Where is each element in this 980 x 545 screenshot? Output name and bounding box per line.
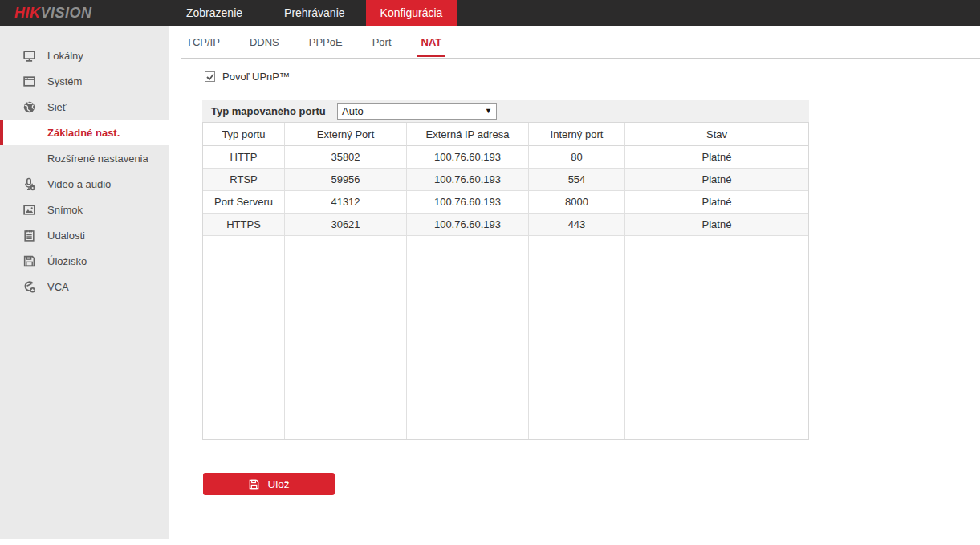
globe-icon (22, 100, 36, 114)
table-empty-cell (285, 236, 407, 439)
top-bar: HIKVISION ZobrazeniePrehrávanieKonfigurá… (0, 0, 980, 26)
image-icon (22, 203, 36, 217)
sidebar-item-roz-ren-nastavenia[interactable]: Rozšírené nastavenia (0, 145, 169, 171)
tab-nat[interactable]: NAT (417, 36, 446, 57)
sidebar-item-label: Sieť (47, 101, 67, 113)
table-cell: 100.76.60.193 (407, 191, 529, 214)
sidebar-item-label: Lokálny (47, 50, 83, 62)
sidebar-item-label: VCA (47, 281, 69, 293)
tab-port[interactable]: Port (368, 36, 396, 57)
table-header-cell-intern-port: Interný port (529, 123, 625, 146)
table-row-rtsp[interactable]: RTSP59956100.76.60.193554Platné (203, 169, 808, 191)
table-cell: 100.76.60.193 (407, 146, 529, 169)
table-cell: 80 (529, 146, 625, 169)
table-cell: 8000 (529, 191, 625, 214)
sidebar-item-syst-m[interactable]: Systém (0, 68, 169, 94)
table-row-port-serveru[interactable]: Port Serveru41312100.76.60.1938000Platné (203, 191, 808, 214)
table-cell: Platné (625, 214, 808, 236)
sidebar-item-label: Základné nast. (47, 127, 120, 139)
table-header-cell-extern-port: Externý Port (285, 123, 407, 146)
app-window: HIKVISION ZobrazeniePrehrávanieKonfigurá… (0, 0, 980, 545)
sidebar-item-label: Snímok (47, 204, 83, 216)
port-mapping-select[interactable]: Auto ▼ (337, 103, 497, 120)
sidebar-item-label: Udalosti (47, 230, 85, 242)
table-body: HTTP35802100.76.60.19380PlatnéRTSP599561… (203, 146, 808, 236)
table-row-https[interactable]: HTTPS30621100.76.60.193443Platné (203, 214, 808, 236)
table-empty-cell (529, 236, 625, 439)
nat-port-table: Typ portuExterný PortExterná IP adresaIn… (202, 122, 809, 440)
table-cell: 35802 (285, 146, 407, 169)
settings-tabs: TCP/IPDDNSPPPoEPortNAT (182, 36, 467, 57)
port-mapping-selected-value: Auto (342, 105, 364, 117)
checkmark-icon (205, 72, 215, 82)
table-header-cell-typ-portu: Typ portu (203, 123, 285, 146)
hikvision-logo: HIKVISION (14, 0, 92, 26)
sidebar-item-label: Video a audio (47, 178, 111, 190)
content-panel: TCP/IPDDNSPPPoEPortNAT Povoľ UPnP™ Typ m… (169, 26, 980, 545)
table-cell: HTTP (203, 146, 285, 169)
top-nav: ZobrazeniePrehrávanieKonfigurácia (165, 0, 457, 26)
tab-ddns[interactable]: DDNS (246, 36, 283, 57)
sidebar: LokálnySystémSieťZákladné nast.Rozšírené… (0, 26, 169, 539)
sidebar-item-udalosti[interactable]: Udalosti (0, 222, 169, 248)
table-empty-cell (203, 236, 285, 439)
sidebar-item-z-kladn-nast[interactable]: Základné nast. (0, 120, 169, 145)
table-cell: 100.76.60.193 (407, 169, 529, 191)
table-cell: Platné (625, 146, 808, 169)
table-cell: Platné (625, 169, 808, 191)
save-floppy-icon (248, 478, 260, 490)
table-cell: RTSP (203, 169, 285, 191)
table-cell: Platné (625, 191, 808, 214)
upnp-row: Povoľ UPnP™ (205, 71, 290, 83)
sidebar-item-label: Úložisko (47, 255, 87, 267)
tab-pppoe[interactable]: PPPoE (305, 36, 347, 57)
sidebar-item-label: Rozšírené nastavenia (47, 153, 148, 165)
save-button-label: Ulož (267, 478, 289, 490)
tab-tcp-ip[interactable]: TCP/IP (182, 36, 224, 57)
sidebar-item-vca[interactable]: VCA (0, 274, 169, 299)
sidebar-item-lo-isko[interactable]: Úložisko (0, 248, 169, 274)
top-nav-prehr-vanie[interactable]: Prehrávanie (263, 0, 366, 26)
table-row-http[interactable]: HTTP35802100.76.60.19380Platné (203, 146, 808, 169)
table-cell: 30621 (285, 214, 407, 236)
table-cell: 443 (529, 214, 625, 236)
table-header-cell-stav: Stav (625, 123, 808, 146)
logo-hik: HIK (14, 5, 41, 21)
window-icon (22, 75, 36, 88)
storage-icon (22, 254, 36, 268)
select-dropdown-arrow-icon: ▼ (485, 104, 492, 119)
table-empty-cell (625, 236, 808, 439)
logo-vision: VISION (41, 5, 92, 21)
upnp-checkbox[interactable] (205, 71, 215, 82)
sidebar-list: LokálnySystémSieťZákladné nast.Rozšírené… (0, 26, 169, 299)
table-empty-cell (407, 236, 529, 439)
sidebar-item-sn-mok[interactable]: Snímok (0, 197, 169, 222)
sidebar-item-sie[interactable]: Sieť (0, 94, 169, 120)
tabs-divider (181, 58, 980, 59)
top-nav-konfigur-cia[interactable]: Konfigurácia (366, 0, 457, 26)
table-header-cell-extern-ip-adresa: Externá IP adresa (407, 123, 529, 146)
port-mapping-label: Typ mapovaného portu (211, 100, 326, 122)
top-nav-zobrazenie[interactable]: Zobrazenie (165, 0, 263, 26)
table-cell: Port Serveru (203, 191, 285, 214)
table-cell: 59956 (285, 169, 407, 191)
table-cell: 100.76.60.193 (407, 214, 529, 236)
monitor-icon (22, 49, 36, 63)
sidebar-item-video-a-audio[interactable]: Video a audio (0, 171, 169, 197)
sidebar-item-label: Systém (47, 75, 82, 87)
table-cell: 554 (529, 169, 625, 191)
vca-icon (22, 280, 36, 294)
mic-icon (22, 177, 36, 191)
sidebar-item-lok-lny[interactable]: Lokálny (0, 43, 169, 68)
port-mapping-row: Typ mapovaného portu Auto ▼ (202, 100, 809, 122)
table-cell: 41312 (285, 191, 407, 214)
upnp-checkbox-label: Povoľ UPnP™ (222, 71, 290, 83)
table-cell: HTTPS (203, 214, 285, 236)
table-empty-area (203, 236, 808, 439)
table-header-row: Typ portuExterný PortExterná IP adresaIn… (203, 123, 808, 146)
save-button[interactable]: Ulož (203, 473, 335, 495)
event-icon (22, 229, 36, 242)
